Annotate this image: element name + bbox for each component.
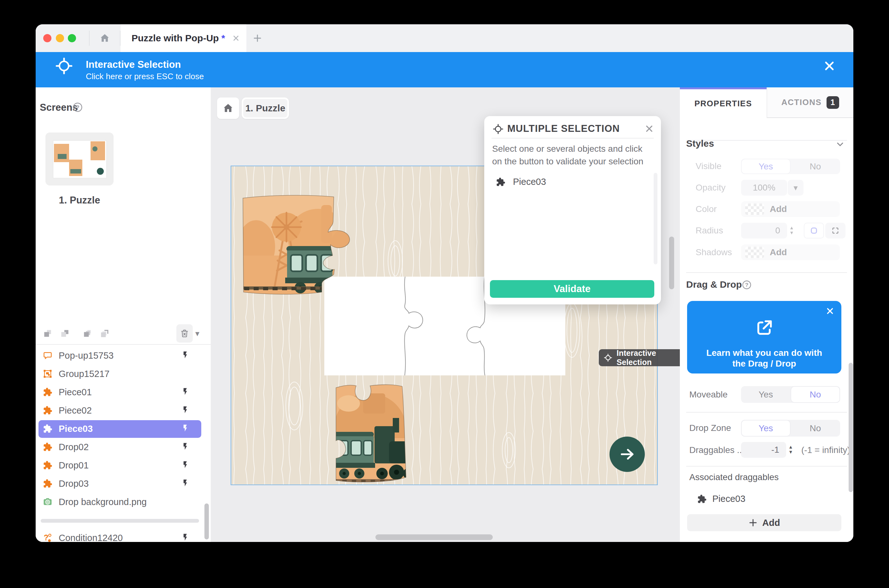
layer-row-drop-background[interactable]: Drop background.png	[36, 493, 211, 511]
trash-icon	[180, 329, 189, 338]
shadows-add-control[interactable]: Add	[741, 244, 840, 260]
layer-row-drop03[interactable]: Drop03	[36, 474, 211, 493]
next-screen-button[interactable]	[610, 436, 645, 472]
send-backward-icon[interactable]	[60, 329, 69, 339]
associated-item-label: Piece03	[712, 494, 745, 504]
banner-subtitle: Click here or press ESC to close	[86, 72, 204, 81]
new-tab-icon[interactable]	[253, 33, 262, 43]
layer-row-piece03-selected[interactable]: Piece03	[36, 420, 211, 438]
bring-to-front-icon[interactable]	[82, 329, 92, 339]
moveable-no-button[interactable]: No	[790, 386, 840, 403]
action-bolt-icon[interactable]	[180, 460, 189, 470]
thumb-train	[70, 169, 81, 174]
thumb-next-button	[97, 168, 104, 175]
styles-header: Styles	[686, 138, 714, 149]
draggables-stepper[interactable]: ▲▼	[789, 444, 793, 454]
tab-puzzle-with-popup[interactable]: Puzzle with Pop-Up *	[120, 24, 246, 52]
canvas-hscrollbar[interactable]	[375, 534, 493, 540]
radius-input[interactable]: 0	[741, 223, 787, 238]
visible-yes-button[interactable]: Yes	[741, 159, 790, 174]
radius-label: Radius	[696, 225, 723, 236]
action-bolt-icon[interactable]	[180, 351, 189, 360]
draggables-label: Draggables ...	[689, 445, 744, 455]
visible-toggle: Yes No	[741, 159, 840, 174]
banner-close-icon[interactable]	[822, 59, 836, 73]
layers-vscrollbar[interactable]	[204, 504, 209, 539]
action-bolt-icon[interactable]	[180, 442, 189, 452]
screen-thumbnail-preview	[53, 140, 106, 178]
color-label: Color	[696, 204, 717, 214]
screens-help-icon[interactable]: ?	[72, 102, 83, 112]
layer-row-drop02[interactable]: Drop02	[36, 438, 211, 456]
layer-row-group15217[interactable]: Group15217	[36, 364, 211, 383]
collapse-chevron-icon[interactable]	[835, 139, 845, 149]
layer-row-piece02[interactable]: Piece02	[36, 401, 211, 420]
thumb-train	[58, 154, 67, 159]
opacity-value-dropdown[interactable]: 100%	[741, 180, 787, 196]
tab-actions[interactable]: ACTIONS 1	[767, 87, 853, 118]
delete-options-caret-icon[interactable]: ▾	[195, 329, 199, 339]
layer-row-popup15753[interactable]: Pop-up15753	[36, 346, 211, 364]
home-tab-icon[interactable]	[99, 33, 110, 44]
canvas-home-button[interactable]	[217, 98, 239, 119]
group-icon	[43, 369, 52, 378]
popup-selected-item[interactable]: Piece03	[496, 177, 546, 187]
add-draggable-button[interactable]: Add	[687, 514, 841, 531]
action-bolt-icon[interactable]	[180, 479, 189, 488]
draggables-input[interactable]: -1	[741, 442, 786, 458]
moveable-yes-button[interactable]: Yes	[741, 386, 790, 403]
drag-drop-help-icon[interactable]: ?	[742, 280, 752, 290]
promo-close-icon[interactable]	[826, 307, 834, 315]
interactive-selection-banner[interactable]: Interactive Selection Click here or pres…	[36, 52, 853, 87]
radius-corners-button[interactable]	[825, 223, 846, 238]
puzzle-piece-01[interactable]	[240, 194, 357, 298]
validate-button[interactable]: Validate	[490, 280, 654, 298]
inspector-panel: PROPERTIES ACTIONS 1 Styles Visible Yes …	[680, 87, 853, 542]
canvas-vscrollbar[interactable]	[669, 237, 674, 289]
tab-properties[interactable]: PROPERTIES	[680, 87, 767, 118]
moveable-toggle: Yes No	[741, 386, 840, 403]
action-bolt-icon[interactable]	[180, 424, 189, 434]
puzzle-icon	[43, 460, 52, 470]
associated-item[interactable]: Piece03	[697, 494, 745, 504]
layers-divider	[36, 344, 211, 345]
drag-drop-promo-card[interactable]: Learn what you can do with the Drag / Dr…	[687, 301, 841, 374]
screen-thumbnail-label[interactable]: 1. Puzzle	[45, 195, 114, 206]
layer-row-condition12420[interactable]: ? Condition12420	[36, 529, 211, 542]
popup-close-icon[interactable]	[645, 124, 654, 134]
drop-zone-no-button[interactable]: No	[790, 420, 840, 436]
radius-uniform-button[interactable]	[804, 223, 824, 238]
window-close-button[interactable]	[43, 34, 51, 42]
screen-thumbnail-card[interactable]	[45, 132, 114, 186]
inspector-vscrollbar[interactable]	[849, 363, 853, 492]
action-bolt-icon[interactable]	[180, 387, 189, 397]
banner-title: Interactive Selection	[86, 59, 181, 70]
opacity-caret[interactable]: ▾	[788, 180, 804, 196]
layer-row-drop01[interactable]: Drop01	[36, 456, 211, 474]
popup-divider	[492, 138, 654, 138]
window-minimize-button[interactable]	[56, 34, 64, 42]
delete-layer-button[interactable]	[176, 324, 193, 343]
drop-zone-label: Drop Zone	[689, 423, 731, 433]
action-bolt-icon[interactable]	[180, 533, 189, 542]
tab-close-icon[interactable]	[232, 34, 240, 42]
drop-zone-yes-button[interactable]: Yes	[741, 420, 790, 436]
actions-count-badge: 1	[826, 96, 839, 109]
puzzle-piece-03[interactable]	[327, 382, 415, 485]
layer-row-piece01[interactable]: Piece01	[36, 383, 211, 401]
layers-hscrollbar[interactable]	[41, 519, 199, 523]
bring-forward-icon[interactable]	[43, 329, 52, 339]
color-add-control[interactable]: Add	[741, 201, 840, 217]
condition-icon: ?	[43, 533, 52, 542]
popup-scrollbar[interactable]	[654, 173, 657, 264]
send-to-back-icon[interactable]	[100, 329, 109, 339]
rounded-square-icon	[810, 226, 819, 235]
action-bolt-icon[interactable]	[180, 406, 189, 415]
visible-no-button[interactable]: No	[790, 159, 840, 174]
radius-stepper[interactable]: ▲▼	[789, 225, 794, 236]
breadcrumb[interactable]: 1. Puzzle	[241, 98, 289, 119]
tooltip-label: Interactive Selection	[617, 349, 685, 367]
window-zoom-button[interactable]	[68, 34, 76, 42]
popup-icon	[43, 351, 52, 360]
popup-title: MULTIPLE SELECTION	[507, 123, 620, 134]
